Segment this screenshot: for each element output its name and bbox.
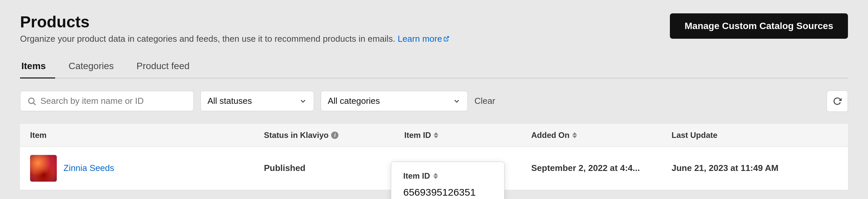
- lastupdate-cell: June 21, 2023 at 11:49 AM: [672, 163, 838, 173]
- all-categories-dropdown[interactable]: All categories: [321, 91, 468, 111]
- col-addedon-header: Added On: [531, 131, 672, 140]
- all-statuses-dropdown[interactable]: All statuses: [200, 91, 314, 111]
- svg-line-2: [33, 103, 35, 105]
- page-title: Products: [20, 13, 450, 31]
- itemid-popup-header: Item ID: [403, 171, 492, 180]
- chevron-down-icon: [299, 97, 307, 105]
- refresh-icon: [833, 96, 842, 106]
- search-icon: [27, 97, 36, 106]
- manage-custom-catalog-sources-button[interactable]: Manage Custom Catalog Sources: [670, 13, 848, 39]
- itemid-sort-icon[interactable]: [434, 132, 438, 138]
- external-link-icon: [443, 36, 450, 42]
- status-info-icon[interactable]: i: [331, 132, 338, 139]
- filters-row: All statuses All categories Clear: [20, 91, 848, 112]
- svg-line-0: [446, 37, 449, 39]
- chevron-down-icon-categories: [453, 97, 461, 105]
- tab-product-feed[interactable]: Product feed: [135, 56, 199, 78]
- learn-more-link[interactable]: Learn more: [398, 34, 450, 44]
- tab-categories[interactable]: Categories: [67, 56, 123, 78]
- search-input[interactable]: [40, 96, 187, 106]
- page-container: Products Organize your product data in c…: [0, 0, 868, 199]
- tabs-row: Items Categories Product feed: [20, 56, 848, 78]
- itemid-popup-sort-icon[interactable]: [433, 173, 438, 179]
- addedon-cell: September 2, 2022 at 4:4...: [531, 163, 672, 173]
- col-lastupdate-header: Last Update: [672, 131, 838, 140]
- search-container: [20, 91, 194, 111]
- col-item-header: Item: [30, 131, 264, 140]
- itemid-popup-value: 6569395126351: [403, 187, 492, 198]
- status-cell: Published: [264, 163, 404, 173]
- page-subtitle: Organize your product data in categories…: [20, 34, 450, 44]
- header-row: Products Organize your product data in c…: [20, 13, 848, 44]
- svg-point-1: [29, 98, 34, 103]
- refresh-button[interactable]: [827, 91, 848, 112]
- header-left: Products Organize your product data in c…: [20, 13, 450, 44]
- col-status-header: Status in Klaviyo i: [264, 131, 404, 140]
- table-container: Item Status in Klaviyo i Item ID Added O…: [20, 124, 848, 190]
- item-cell: Zinnia Seeds: [30, 155, 264, 181]
- col-itemid-header: Item ID: [404, 131, 531, 140]
- tab-items[interactable]: Items: [20, 56, 55, 78]
- clear-button[interactable]: Clear: [474, 96, 495, 106]
- table-header-row: Item Status in Klaviyo i Item ID Added O…: [20, 124, 848, 147]
- addedon-sort-icon[interactable]: [572, 132, 577, 138]
- table-row: Zinnia Seeds Published Item ID 656939512…: [20, 147, 848, 190]
- item-name-link[interactable]: Zinnia Seeds: [63, 163, 114, 173]
- itemid-popup: Item ID 6569395126351: [391, 162, 504, 199]
- item-image: [30, 155, 57, 181]
